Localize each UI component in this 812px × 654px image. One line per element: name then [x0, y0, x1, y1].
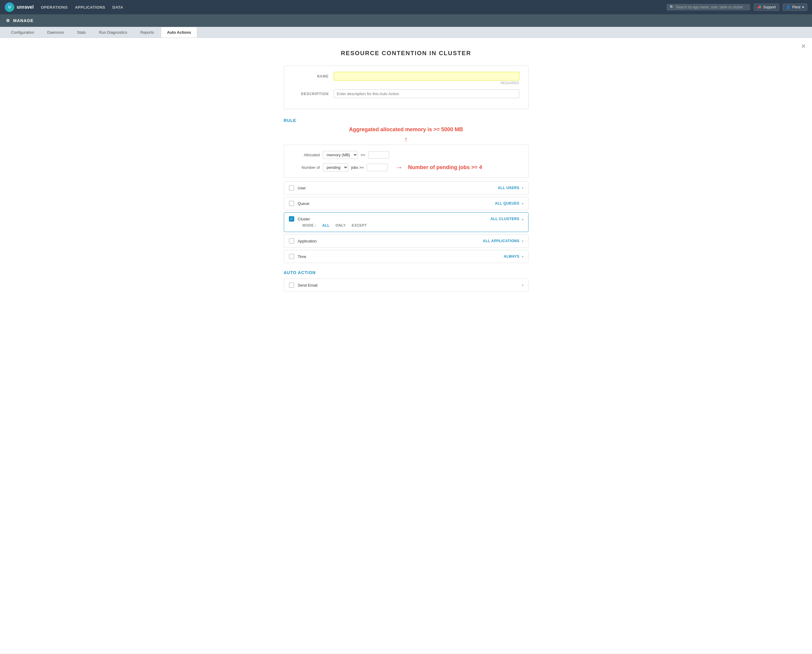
allocated-label: Allocated — [293, 153, 320, 157]
manage-icon: ⚙ — [6, 18, 10, 23]
user-label: User — [298, 186, 498, 190]
numberof-row: Number of pending jobs >= 4 → Number of … — [293, 163, 519, 171]
cluster-chevron-icon[interactable]: ▴ — [522, 217, 524, 221]
auto-action-section: AUTO ACTION Send Email ▾ — [284, 270, 529, 292]
form-title: RESOURCE CONTENTION IN CLUSTER — [12, 50, 800, 57]
numberof-label: Number of — [293, 165, 320, 170]
search-icon: 🔍 — [670, 5, 674, 9]
close-button[interactable]: ✕ — [801, 43, 806, 50]
nav-data[interactable]: DATA — [112, 5, 123, 9]
user-checkbox[interactable] — [289, 185, 294, 191]
user-chevron-icon[interactable]: ▾ — [522, 186, 524, 189]
rule-box: Allocated memory (MB) >= 5000 Number of … — [284, 145, 529, 178]
name-control-wrap: Resource contention in cluster for memor… — [334, 72, 519, 85]
nav-applications[interactable]: APPLICATIONS — [75, 5, 105, 9]
cluster-mode-section: MODE : ALL ONLY EXCEPT — [289, 222, 374, 231]
filter-queue: Queue ALL QUEUES ▾ — [284, 197, 529, 210]
description-control-wrap — [334, 89, 519, 98]
annotation-arrow-up-icon: ↑ — [284, 135, 529, 144]
top-nav: U unravel OPERATIONS APPLICATIONS DATA 🔍… — [0, 0, 812, 14]
logo[interactable]: U unravel — [5, 2, 34, 12]
description-input[interactable] — [334, 89, 519, 98]
required-text: REQUIRED — [334, 81, 519, 85]
name-row: NAME Resource contention in cluster for … — [293, 72, 519, 85]
rule-section: RULE Aggregated allocated memory is >= 5… — [284, 118, 529, 292]
auto-action-title: AUTO ACTION — [284, 270, 529, 275]
time-checkbox[interactable] — [289, 254, 294, 259]
nav-right: 🔍 Search by app name, user, table or clu… — [666, 3, 807, 11]
logo-text: unravel — [17, 5, 34, 10]
send-email-checkbox[interactable] — [289, 283, 294, 288]
filter-application: Application ALL APPLICATIONS ▾ — [284, 234, 529, 248]
user-value: ALL USERS — [498, 186, 519, 190]
tab-reports[interactable]: Reports — [134, 27, 160, 38]
allocated-op: >= — [361, 153, 365, 157]
search-placeholder: Search by app name, user, table or clust… — [676, 5, 743, 9]
user-button[interactable]: 👤 Ptest ▾ — [783, 3, 807, 11]
rule-annotation: Aggregated allocated memory is >= 5000 M… — [284, 127, 529, 133]
tab-daemons[interactable]: Daemons — [41, 27, 70, 38]
send-email-label: Send Email — [298, 283, 522, 287]
time-value: ALWAYS — [504, 254, 519, 258]
main-content: ✕ RESOURCE CONTENTION IN CLUSTER NAME Re… — [0, 38, 812, 653]
description-label: DESCRIPTION — [293, 89, 329, 96]
application-checkbox[interactable] — [289, 238, 294, 244]
application-chevron-icon[interactable]: ▾ — [522, 240, 524, 243]
cluster-label: Cluster — [298, 217, 490, 221]
numberof-value-input[interactable]: 4 — [367, 164, 388, 171]
nav-links: OPERATIONS APPLICATIONS DATA — [41, 5, 123, 9]
name-input[interactable]: Resource contention in cluster for memor… — [334, 72, 519, 81]
support-button[interactable]: 📣 Support — [754, 3, 779, 11]
numberof-select[interactable]: pending — [323, 164, 348, 171]
name-description-section: NAME Resource contention in cluster for … — [284, 66, 529, 109]
application-value: ALL APPLICATIONS — [483, 239, 519, 243]
allocated-select[interactable]: memory (MB) — [323, 151, 358, 159]
manage-title: MANAGE — [13, 18, 34, 23]
user-icon: 👤 — [786, 5, 791, 9]
mode-all[interactable]: ALL — [322, 223, 330, 228]
filter-cluster: ✓ Cluster ALL CLUSTERS ▴ MODE : ALL ONLY… — [284, 212, 529, 232]
mode-label: MODE : — [303, 223, 316, 228]
manage-bar: ⚙ MANAGE — [0, 14, 812, 27]
logo-icon: U — [5, 2, 14, 12]
name-label: NAME — [293, 72, 329, 78]
numberof-op: jobs >= — [351, 165, 364, 170]
filter-time: Time ALWAYS ▾ — [284, 250, 529, 263]
application-label: Application — [298, 239, 483, 243]
description-row: DESCRIPTION — [293, 89, 519, 98]
queue-value: ALL QUEUES — [495, 201, 519, 205]
allocated-row: Allocated memory (MB) >= 5000 — [293, 151, 519, 159]
chevron-down-icon: ▾ — [802, 5, 804, 9]
rule-title: RULE — [284, 118, 529, 123]
time-label: Time — [298, 254, 504, 259]
queue-chevron-icon[interactable]: ▾ — [522, 202, 524, 205]
queue-label: Queue — [298, 201, 495, 206]
support-label: Support — [763, 5, 776, 9]
time-chevron-icon[interactable]: ▾ — [522, 255, 524, 258]
send-email-row: Send Email ▾ — [284, 278, 529, 292]
cluster-checkbox[interactable]: ✓ — [289, 216, 294, 222]
cluster-value: ALL CLUSTERS — [490, 217, 519, 221]
mode-only[interactable]: ONLY — [336, 223, 346, 228]
support-icon: 📣 — [757, 5, 761, 9]
tab-run-diagnostics[interactable]: Run Diagnostics — [93, 27, 134, 38]
tab-auto-actions[interactable]: Auto Actions — [161, 27, 197, 38]
tabs-bar: Configuration Daemons Stats Run Diagnost… — [0, 27, 812, 38]
send-email-chevron-icon[interactable]: ▾ — [522, 284, 524, 287]
arrow-right-icon: → — [395, 163, 403, 171]
allocated-value-input[interactable]: 5000 — [368, 151, 389, 159]
search-bar[interactable]: 🔍 Search by app name, user, table or clu… — [666, 4, 750, 11]
user-label: Ptest — [792, 5, 800, 9]
tab-configuration[interactable]: Configuration — [5, 27, 40, 38]
queue-checkbox[interactable] — [289, 201, 294, 206]
tab-stats[interactable]: Stats — [71, 27, 92, 38]
filter-user: User ALL USERS ▾ — [284, 181, 529, 194]
numberof-annotation: Number of pending jobs >= 4 — [408, 164, 482, 171]
mode-except[interactable]: EXCEPT — [352, 223, 367, 228]
nav-operations[interactable]: OPERATIONS — [41, 5, 68, 9]
